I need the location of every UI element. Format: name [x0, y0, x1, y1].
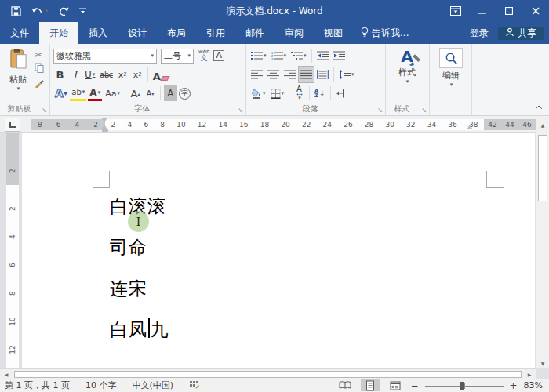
bold-button[interactable]: B: [53, 67, 67, 82]
font-size-combo[interactable]: 二号▾: [161, 49, 194, 64]
right-indent-marker[interactable]: [467, 125, 473, 129]
align-center-icon[interactable]: [266, 67, 281, 82]
sign-in-button[interactable]: 登录: [460, 27, 498, 40]
subscript-button[interactable]: x2: [116, 67, 129, 82]
paragraph-dialog-launcher[interactable]: ↘: [377, 107, 383, 114]
document-page[interactable]: 白滚滚 司命 连宋 白凤九 I: [22, 133, 535, 368]
tab-selector[interactable]: [5, 118, 20, 132]
zoom-out-button[interactable]: −: [411, 380, 419, 391]
change-case-button[interactable]: Aa: [104, 85, 122, 101]
ruler-right-margin: 424446: [484, 119, 536, 130]
numbering-icon[interactable]: 123: [270, 48, 289, 64]
close-icon[interactable]: ×: [522, 0, 549, 22]
format-painter-icon[interactable]: [35, 78, 45, 90]
ruler-number: 24: [323, 121, 332, 129]
align-right-icon[interactable]: [282, 67, 297, 82]
shrink-font-button[interactable]: A▾: [144, 85, 157, 101]
scroll-left-button[interactable]: ◀: [0, 372, 13, 377]
styles-button[interactable]: A 样式: [389, 46, 425, 85]
redo-icon[interactable]: [59, 6, 69, 16]
read-mode-button[interactable]: [336, 379, 354, 391]
zoom-level[interactable]: 83%: [524, 380, 543, 390]
character-shading-button[interactable]: A: [164, 85, 177, 101]
text-highlight-button[interactable]: ab: [70, 85, 86, 101]
scroll-right-button[interactable]: ▶: [523, 372, 536, 377]
styles-dialog-launcher[interactable]: ↘: [421, 107, 427, 114]
undo-icon[interactable]: [31, 7, 49, 16]
page-info[interactable]: 第 1 页，共 1 页: [5, 379, 70, 391]
text-line-with-caret[interactable]: 白凤九: [110, 318, 169, 342]
editing-button[interactable]: 编辑: [433, 46, 469, 88]
font-color-button[interactable]: A: [88, 85, 102, 101]
scroll-up-button[interactable]: ▲: [536, 116, 549, 133]
strikethrough-button[interactable]: abc: [98, 67, 114, 82]
customize-quick-access-icon[interactable]: [79, 8, 86, 14]
grow-font-button[interactable]: A▴: [129, 85, 142, 101]
text-line[interactable]: 连宋: [110, 277, 147, 301]
decrease-indent-icon[interactable]: [315, 48, 330, 64]
horizontal-scrollbar[interactable]: ◀ ▶: [0, 368, 536, 379]
save-icon[interactable]: [11, 6, 21, 16]
superscript-button[interactable]: x2: [131, 67, 144, 82]
align-left-icon[interactable]: [249, 67, 264, 82]
proofing-status-icon[interactable]: [189, 380, 199, 391]
vertical-scrollbar[interactable]: ▼: [536, 133, 549, 368]
scroll-down-button[interactable]: ▼: [536, 361, 549, 366]
multilevel-list-icon[interactable]: [289, 48, 308, 64]
tab-references[interactable]: 引用: [196, 22, 235, 44]
shading-icon[interactable]: [249, 85, 267, 101]
distribute-text-icon[interactable]: [315, 67, 330, 82]
sort-icon[interactable]: AZ ↓: [313, 85, 327, 101]
word-count[interactable]: 10 个字: [85, 379, 117, 391]
window-controls: ×: [442, 0, 549, 22]
tab-layout[interactable]: 布局: [157, 22, 196, 44]
tab-design[interactable]: 设计: [118, 22, 157, 44]
tell-me-box[interactable]: 告诉我...: [353, 22, 416, 44]
tab-review[interactable]: 审阅: [274, 22, 314, 44]
clipboard-group: 粘贴 ✂ 剪贴板 ↘: [0, 44, 50, 115]
enclose-characters-button[interactable]: 字: [179, 88, 191, 100]
language-status[interactable]: 中文(中国): [132, 379, 173, 391]
tab-mailings[interactable]: 邮件: [235, 22, 274, 44]
tab-file[interactable]: 文件: [0, 22, 39, 44]
character-border-icon[interactable]: A: [213, 50, 224, 61]
text-effects-button[interactable]: A: [53, 85, 68, 101]
zoom-in-button[interactable]: +: [510, 380, 518, 391]
borders-icon[interactable]: [269, 85, 286, 101]
clipboard-dialog-launcher[interactable]: ↘: [42, 107, 47, 114]
text-line[interactable]: 司命: [110, 235, 147, 260]
editing-group: 编辑: [430, 44, 472, 115]
print-layout-button[interactable]: [361, 379, 380, 391]
horizontal-scrollbar-thumb[interactable]: [14, 371, 522, 378]
asian-layout-icon[interactable]: A: [293, 85, 306, 101]
increase-indent-icon[interactable]: [332, 48, 347, 64]
justify-icon[interactable]: [299, 67, 314, 82]
bullets-icon[interactable]: [249, 48, 268, 64]
maximize-icon[interactable]: [496, 0, 522, 22]
italic-button[interactable]: I: [68, 67, 82, 82]
underline-button[interactable]: U: [83, 67, 96, 82]
tab-view[interactable]: 视图: [314, 22, 353, 44]
phonetic-guide-icon[interactable]: wén 文: [198, 49, 209, 62]
zoom-slider-thumb[interactable]: [460, 382, 464, 390]
font-name-combo[interactable]: 微软雅黑▾: [53, 49, 157, 64]
web-layout-button[interactable]: [386, 379, 405, 391]
first-line-indent-marker[interactable]: [101, 118, 107, 122]
minimize-icon[interactable]: [469, 0, 496, 22]
ruler-strip[interactable]: 8642 2468101214161820222426283032343638 …: [31, 119, 536, 130]
line-spacing-icon[interactable]: [337, 67, 356, 82]
show-hide-marks-icon[interactable]: [334, 85, 347, 101]
collapse-ribbon-icon[interactable]: [535, 101, 543, 112]
copy-icon[interactable]: [35, 63, 45, 75]
font-dialog-launcher[interactable]: ↘: [238, 107, 243, 114]
tab-home[interactable]: 开始: [39, 22, 78, 44]
ribbon-display-options-icon[interactable]: [442, 0, 469, 22]
vertical-scrollbar-thumb[interactable]: [538, 135, 547, 201]
share-button[interactable]: 共享: [498, 27, 544, 40]
zoom-slider[interactable]: [425, 381, 504, 390]
tab-insert[interactable]: 插入: [78, 22, 118, 44]
cut-icon[interactable]: ✂: [35, 49, 45, 60]
paste-button[interactable]: 粘贴: [3, 46, 33, 92]
left-indent-marker[interactable]: [102, 129, 108, 132]
clear-formatting-button[interactable]: A: [151, 67, 170, 82]
